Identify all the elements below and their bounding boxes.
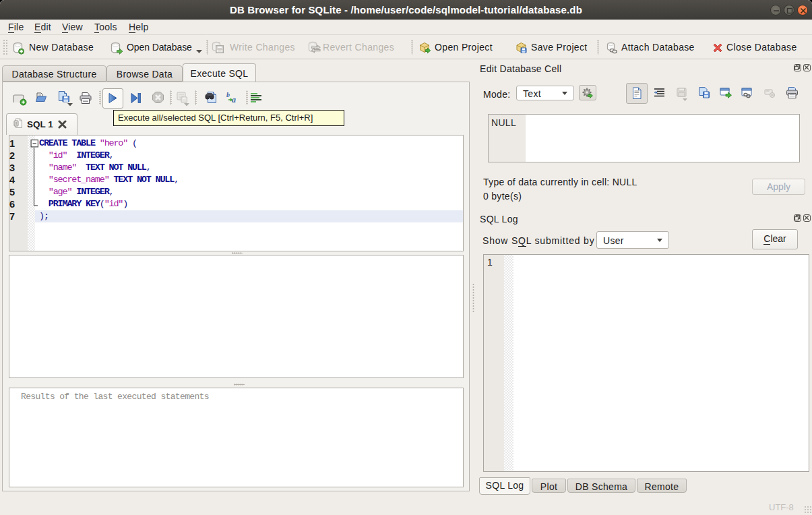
svg-text:b: b xyxy=(226,91,230,98)
